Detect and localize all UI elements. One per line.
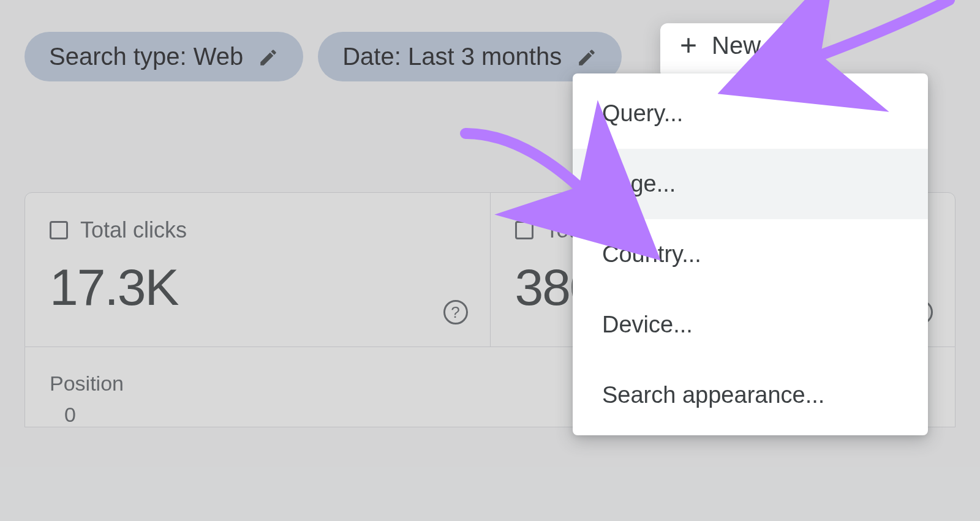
new-filter-button[interactable]: + New [680, 31, 761, 60]
date-label: Date: Last 3 months [342, 43, 562, 70]
dropdown-item-country[interactable]: Country... [573, 219, 928, 290]
clicks-value: 17.3K [50, 258, 466, 317]
pencil-icon [576, 46, 597, 67]
total-clicks-card[interactable]: Total clicks 17.3K ? [25, 193, 491, 347]
new-label: New [712, 32, 761, 59]
clicks-checkbox[interactable] [50, 221, 68, 239]
dropdown-item-query[interactable]: Query... [573, 78, 928, 149]
plus-icon: + [680, 31, 697, 60]
pencil-icon [258, 46, 279, 67]
help-icon[interactable]: ? [443, 300, 468, 324]
search-type-label: Search type: Web [49, 43, 243, 70]
search-type-filter[interactable]: Search type: Web [24, 32, 303, 81]
dropdown-item-device[interactable]: Device... [573, 290, 928, 360]
dropdown-item-page[interactable]: Page... [573, 149, 928, 219]
impressions-checkbox[interactable] [515, 221, 533, 239]
metric-header: Total clicks [50, 217, 466, 243]
new-filter-dropdown: Query... Page... Country... Device... Se… [573, 73, 928, 435]
dropdown-item-search-appearance[interactable]: Search appearance... [573, 360, 928, 430]
clicks-label: Total clicks [80, 217, 187, 243]
